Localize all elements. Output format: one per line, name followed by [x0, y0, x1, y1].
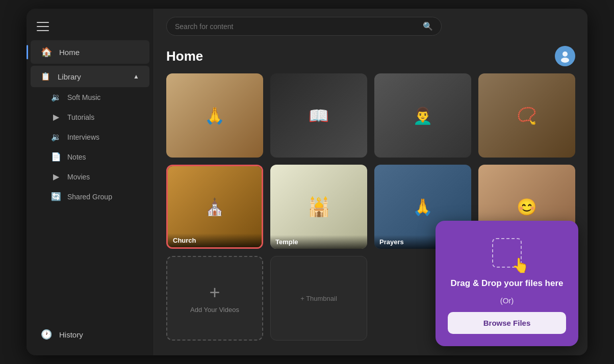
search-icon[interactable]: 🔍: [423, 21, 433, 31]
drag-drop-title: Drag & Drop your files here: [450, 278, 563, 289]
hamburger-icon[interactable]: [37, 22, 49, 31]
sidebar-item-label: History: [59, 330, 83, 339]
main-content: 🔍 Home 🙏 📖: [154, 9, 587, 355]
card-label-church: Church: [168, 233, 262, 247]
media-thumbnail: 📿: [478, 73, 575, 158]
home-icon: 🏠: [41, 46, 52, 58]
top-bar: 🔍: [154, 9, 587, 41]
add-videos-card[interactable]: + Add Your Videos: [166, 256, 263, 340]
drag-drop-or: (Or): [500, 296, 514, 305]
thumbnail-label: + Thumbnail: [300, 295, 337, 302]
media-card-quran[interactable]: 📿: [478, 73, 575, 158]
hamburger-menu[interactable]: [27, 18, 154, 40]
cursor-hand-icon: 👆: [511, 257, 529, 274]
svg-point-1: [561, 58, 569, 63]
soft-music-icon: 🔉: [51, 92, 61, 102]
sub-item-label: Movies: [67, 173, 90, 181]
library-section: 📋 Library ▲ 🔉 Soft Music ▶ Tutorials 🔉: [31, 66, 149, 206]
sidebar-item-tutorials[interactable]: ▶ Tutorials: [31, 107, 149, 127]
sub-item-label: Tutorials: [67, 113, 94, 121]
page-header: Home: [154, 41, 587, 73]
sidebar-item-home[interactable]: 🏠 Home: [31, 40, 149, 64]
media-thumbnail: 🙏: [166, 73, 263, 158]
browse-files-button[interactable]: Browse Files: [448, 312, 566, 334]
drag-drop-panel: 👆 Drag & Drop your files here (Or) Brows…: [436, 221, 578, 346]
library-header[interactable]: 📋 Library ▲: [31, 66, 149, 87]
card-label-temple: Temple: [270, 235, 367, 249]
svg-point-0: [562, 51, 568, 57]
page-title: Home: [166, 48, 203, 64]
sidebar-item-label: Home: [59, 48, 80, 57]
sidebar-item-soft-music[interactable]: 🔉 Soft Music: [31, 87, 149, 107]
media-card-church[interactable]: ⛪ Church: [166, 165, 263, 249]
notes-icon: 📄: [51, 152, 61, 162]
sidebar-item-shared-group[interactable]: 🔄 Shared Group: [31, 187, 149, 206]
media-card-temple[interactable]: 🕌 Temple: [270, 165, 367, 249]
shared-group-icon: 🔄: [51, 192, 61, 201]
media-thumbnail: 📖: [270, 73, 367, 158]
app-container: 🏠 Home 📋 Library ▲ 🔉 Soft Music ▶: [27, 9, 587, 355]
search-input[interactable]: [175, 22, 418, 31]
media-thumbnail: 👨‍🦱: [374, 73, 471, 158]
thumbnail-card[interactable]: + Thumbnail: [270, 256, 367, 340]
sub-item-label: Soft Music: [67, 93, 100, 101]
tutorials-icon: ▶: [51, 112, 61, 122]
sidebar: 🏠 Home 📋 Library ▲ 🔉 Soft Music ▶: [27, 9, 154, 355]
sidebar-nav: 🏠 Home 📋 Library ▲ 🔉 Soft Music ▶: [27, 40, 154, 346]
sub-item-label: Shared Group: [67, 193, 112, 201]
media-card-prayer[interactable]: 🙏: [166, 73, 263, 158]
interviews-icon: 🔉: [51, 132, 61, 142]
media-card-bible[interactable]: 📖: [270, 73, 367, 158]
history-icon: 🕐: [41, 329, 52, 340]
library-icon: 📋: [41, 72, 50, 81]
library-label: Library: [58, 72, 81, 81]
media-card-priest[interactable]: 👨‍🦱: [374, 73, 471, 158]
sidebar-item-notes[interactable]: 📄 Notes: [31, 147, 149, 167]
sidebar-item-interviews[interactable]: 🔉 Interviews: [31, 127, 149, 147]
movies-icon: ▶: [51, 172, 61, 181]
library-sub-items: 🔉 Soft Music ▶ Tutorials 🔉 Interviews 📄 …: [31, 87, 149, 206]
chevron-up-icon: ▲: [133, 73, 139, 80]
plus-icon: +: [209, 283, 220, 302]
avatar[interactable]: [555, 46, 575, 66]
drag-drop-icon-area: 👆: [487, 235, 527, 271]
sidebar-item-history[interactable]: 🕐 History: [31, 323, 149, 346]
media-grid-row1: 🙏 📖 👨‍🦱 📿: [166, 73, 575, 158]
add-label: Add Your Videos: [190, 306, 239, 314]
search-bar[interactable]: 🔍: [166, 17, 442, 36]
sub-item-label: Interviews: [67, 133, 99, 141]
sub-item-label: Notes: [67, 153, 86, 161]
sidebar-item-movies[interactable]: ▶ Movies: [31, 167, 149, 187]
content-area: 🙏 📖 👨‍🦱 📿 ⛪ Church 🕌: [154, 73, 587, 355]
